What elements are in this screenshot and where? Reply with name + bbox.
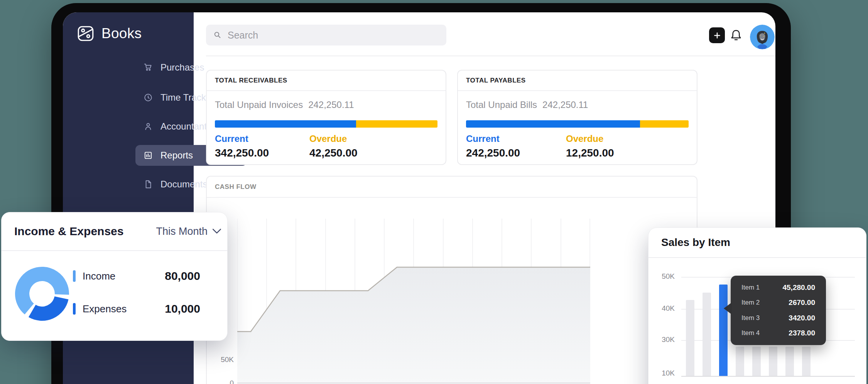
books-logo-icon xyxy=(76,24,95,43)
card-title: Sales by Item xyxy=(661,236,730,249)
expenses-donut-segment xyxy=(32,298,61,314)
bar-chart-icon xyxy=(143,150,153,160)
current-segment xyxy=(215,120,356,128)
payables-progress-bar xyxy=(466,120,689,128)
current-segment xyxy=(466,120,640,128)
sales-bar-4[interactable] xyxy=(736,347,744,376)
cart-icon xyxy=(143,62,153,72)
legend-expenses: Expenses 10,000 xyxy=(73,301,200,317)
avatar-illustration xyxy=(750,25,775,49)
search-input[interactable] xyxy=(227,29,429,41)
tooltip-item-value: 2670.00 xyxy=(789,298,815,307)
sales-bar-5[interactable] xyxy=(752,347,761,376)
sales-by-item-card: Sales by Item 50K 40K 30K 10K Item 1 45,… xyxy=(648,227,866,384)
tooltip-row: Item 4 2378.00 xyxy=(741,329,815,337)
current-value: 342,250.00 xyxy=(215,147,309,159)
tooltip-item-label: Item 4 xyxy=(741,329,760,337)
card-title: CASH FLOW xyxy=(215,183,256,191)
sidebar-item-label: Reports xyxy=(160,150,193,161)
sales-bar-8[interactable] xyxy=(802,347,811,376)
cash-flow-area xyxy=(237,267,590,384)
card-header: TOTAL PAYABLES xyxy=(458,71,697,91)
card-title: TOTAL RECEIVABLES xyxy=(215,77,287,84)
overdue-value: 12,250.00 xyxy=(566,147,660,159)
tooltip-row: Item 3 3420.00 xyxy=(741,314,815,322)
sales-bar-3-highlighted[interactable] xyxy=(719,285,728,376)
legend-income: Income 80,000 xyxy=(73,268,200,284)
income-label: Income xyxy=(83,270,115,282)
marketing-hero-background: Books Purchases Time Tracking Accountant xyxy=(0,0,868,384)
income-expenses-card: Income & Expenses This Month Income 80,0… xyxy=(1,212,228,341)
overdue-segment xyxy=(640,120,689,128)
chevron-down-icon xyxy=(212,227,221,236)
plus-icon xyxy=(712,30,722,40)
brand-name: Books xyxy=(101,25,142,42)
tooltip-item-value: 3420.00 xyxy=(789,314,815,322)
notifications-button[interactable] xyxy=(728,27,745,44)
overdue-value: 42,250.00 xyxy=(309,147,404,159)
sidebar-item-label: Accountant xyxy=(160,121,207,132)
search-icon xyxy=(213,30,222,40)
tooltip-item-label: Item 2 xyxy=(741,299,760,307)
tooltip-item-value: 45,280.00 xyxy=(782,283,815,292)
accountant-icon xyxy=(143,121,153,131)
sales-ytick: 40K xyxy=(655,304,675,313)
x-axis xyxy=(681,376,855,377)
card-header: TOTAL RECEIVABLES xyxy=(207,71,446,91)
unpaid-value: 242,250.11 xyxy=(542,99,588,110)
user-avatar[interactable] xyxy=(750,25,775,49)
income-expenses-donut-chart xyxy=(14,266,70,322)
total-receivables-card: TOTAL RECEIVABLES Total Unpaid Invoices … xyxy=(206,70,446,165)
period-value: This Month xyxy=(156,226,208,237)
overdue-label: Overdue xyxy=(566,133,660,144)
brand: Books xyxy=(76,24,142,43)
search-bar[interactable] xyxy=(206,25,446,45)
card-title: Income & Expenses xyxy=(14,225,123,238)
unpaid-label: Total Unpaid Bills xyxy=(466,99,537,110)
total-payables-card: TOTAL PAYABLES Total Unpaid Bills 242,25… xyxy=(457,70,697,165)
sales-bar-6[interactable] xyxy=(769,347,777,376)
tooltip-row: Item 1 45,280.00 xyxy=(741,283,815,292)
income-value: 80,000 xyxy=(165,269,200,283)
sales-ytick: 10K xyxy=(655,369,675,377)
topbar-divider xyxy=(206,56,775,56)
unpaid-label: Total Unpaid Invoices xyxy=(215,99,303,110)
cash-flow-area-chart xyxy=(237,219,590,384)
bell-icon xyxy=(729,28,743,42)
tooltip-item-label: Item 3 xyxy=(741,314,760,322)
sales-bar-2[interactable] xyxy=(703,293,711,376)
card-title: TOTAL PAYABLES xyxy=(466,77,526,84)
cash-flow-card: CASH FLOW 50K 0 xyxy=(206,176,697,384)
add-new-button[interactable] xyxy=(709,27,725,43)
sales-bar-7[interactable] xyxy=(785,347,794,376)
income-marker-icon xyxy=(73,270,76,282)
expenses-marker-icon xyxy=(73,303,76,315)
unpaid-summary: Total Unpaid Bills 242,250.11 xyxy=(466,99,689,110)
receivables-progress-bar xyxy=(215,120,437,128)
expenses-value: 10,000 xyxy=(165,302,200,315)
cashflow-ytick-50k: 50K xyxy=(211,355,234,364)
cashflow-ytick-0: 0 xyxy=(211,379,234,384)
card-header: CASH FLOW xyxy=(207,177,697,198)
sales-ytick: 30K xyxy=(655,335,675,344)
unpaid-summary: Total Unpaid Invoices 242,250.11 xyxy=(215,99,437,110)
sales-ytick: 50K xyxy=(655,272,675,281)
sales-tooltip: Item 1 45,280.00 Item 2 2670.00 Item 3 3… xyxy=(731,276,826,345)
overdue-label: Overdue xyxy=(309,133,404,144)
sales-bar-1[interactable] xyxy=(686,300,694,376)
unpaid-value: 242,250.11 xyxy=(308,99,354,110)
current-label: Current xyxy=(466,133,566,144)
clock-icon xyxy=(143,93,153,103)
expenses-label: Expenses xyxy=(83,303,127,315)
tooltip-row: Item 2 2670.00 xyxy=(741,298,815,307)
current-value: 242,250.00 xyxy=(466,147,566,159)
document-icon xyxy=(143,179,153,189)
overdue-segment xyxy=(356,120,437,128)
current-label: Current xyxy=(215,133,309,144)
card-header: Income & Expenses This Month xyxy=(2,212,227,251)
sidebar-item-label: Documents xyxy=(160,179,207,190)
card-header: Sales by Item xyxy=(648,228,866,258)
tooltip-item-label: Item 1 xyxy=(741,284,760,291)
period-dropdown[interactable]: This Month xyxy=(156,226,221,237)
tooltip-item-value: 2378.00 xyxy=(789,329,815,337)
